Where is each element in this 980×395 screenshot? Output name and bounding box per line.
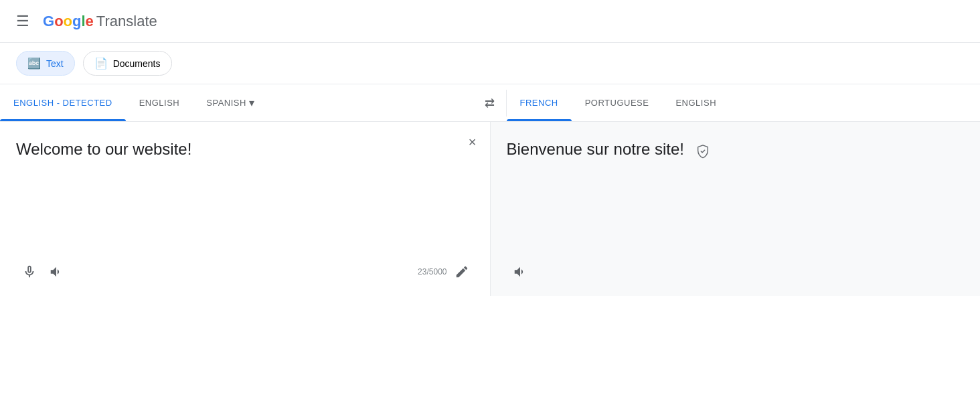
logo-g2: g bbox=[72, 13, 81, 29]
microphone-icon bbox=[22, 264, 37, 279]
target-footer bbox=[507, 253, 965, 285]
documents-mode-icon: 📄 bbox=[94, 57, 108, 70]
documents-mode-tab[interactable]: 📄 Documents bbox=[83, 51, 172, 76]
source-panel: Welcome to our website! × 23/5000 bbox=[0, 122, 491, 296]
mode-tabs-bar: 🔤 Text 📄 Documents bbox=[0, 43, 980, 84]
source-footer: 23/5000 bbox=[16, 253, 474, 285]
swap-icon: ⇄ bbox=[485, 96, 495, 110]
listen-target-button[interactable] bbox=[507, 258, 534, 285]
logo-e: e bbox=[86, 13, 94, 29]
target-text: Bienvenue sur notre site! bbox=[507, 138, 965, 253]
source-lang-english[interactable]: ENGLISH bbox=[126, 84, 193, 121]
logo-translate-text: Translate bbox=[96, 13, 157, 30]
edit-button[interactable] bbox=[450, 260, 474, 284]
documents-mode-label: Documents bbox=[113, 58, 161, 69]
hamburger-menu-icon[interactable]: ☰ bbox=[16, 14, 29, 29]
volume-target-icon bbox=[513, 264, 527, 279]
listen-source-button[interactable] bbox=[43, 258, 70, 285]
logo: Google Translate bbox=[43, 13, 157, 30]
translation-area: Welcome to our website! × 23/5000 bbox=[0, 122, 980, 296]
source-language-options: ENGLISH - DETECTED ENGLISH SPANISH ▾ bbox=[0, 84, 474, 121]
header: ☰ Google Translate bbox=[0, 0, 980, 43]
verified-translation-icon bbox=[696, 141, 710, 160]
source-more-languages-icon: ▾ bbox=[249, 96, 255, 109]
logo-google-text: Google bbox=[43, 13, 94, 30]
logo-o2: o bbox=[64, 13, 72, 29]
text-mode-icon: 🔤 bbox=[27, 57, 41, 70]
char-count: 23/5000 bbox=[418, 267, 446, 276]
target-lang-french[interactable]: FRENCH bbox=[507, 84, 572, 121]
target-language-options: FRENCH PORTUGUESE ENGLISH bbox=[507, 84, 981, 121]
logo-o1: o bbox=[54, 13, 63, 29]
edit-icon bbox=[455, 264, 469, 279]
target-lang-portuguese[interactable]: PORTUGUESE bbox=[572, 84, 663, 121]
language-bar: ENGLISH - DETECTED ENGLISH SPANISH ▾ ⇄ F… bbox=[0, 84, 980, 122]
source-text[interactable]: Welcome to our website! bbox=[16, 138, 474, 253]
clear-input-button[interactable]: × bbox=[469, 135, 477, 149]
text-mode-tab[interactable]: 🔤 Text bbox=[16, 51, 75, 76]
swap-languages-button[interactable]: ⇄ bbox=[474, 87, 506, 119]
volume-source-icon bbox=[49, 264, 64, 279]
text-mode-label: Text bbox=[46, 58, 64, 69]
logo-g: G bbox=[43, 13, 54, 29]
target-panel: Bienvenue sur notre site! bbox=[491, 122, 981, 296]
target-lang-english[interactable]: ENGLISH bbox=[662, 84, 730, 121]
source-lang-english-detected[interactable]: ENGLISH - DETECTED bbox=[0, 84, 126, 121]
source-lang-spanish[interactable]: SPANISH ▾ bbox=[193, 84, 268, 121]
microphone-button[interactable] bbox=[16, 258, 43, 285]
